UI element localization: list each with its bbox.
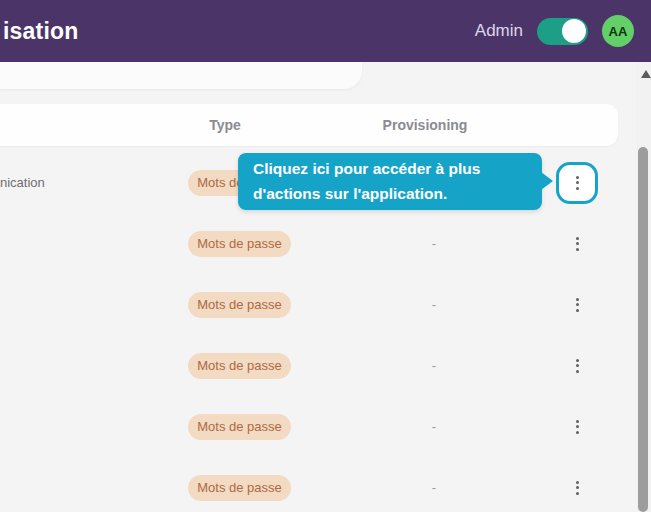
table-row: Mots de passe - [0,213,620,274]
provisioning-value: - [405,457,463,512]
app-name [0,457,175,512]
provisioning-value: - [405,335,463,396]
table-row: Mots de passe - [0,396,620,457]
app-name [0,335,175,396]
provisioning-value: - [405,213,463,274]
row-actions-button[interactable] [565,354,589,378]
provisioning-value: - [405,396,463,457]
row-actions-button[interactable] [565,293,589,317]
row-actions-button[interactable] [565,232,589,256]
row-actions-button[interactable] [556,162,598,204]
table-row: Mots de passe - [0,335,620,396]
app-header: isation Admin AA [0,0,651,62]
table-row: Mots de passe - [0,457,620,512]
app-name [0,274,175,335]
scroll-up-icon[interactable] [641,70,651,78]
column-header-provisioning: Provisioning [365,104,485,146]
tooltip-text-line2: d'actions sur l'application. [253,182,527,206]
tooltip-text-line1: Cliquez ici pour accéder à plus [253,157,527,181]
type-badge: Mots de passe [188,231,291,257]
kebab-icon [576,176,579,190]
type-badge: Mots de passe [188,414,291,440]
type-badge: Mots de passe [188,353,291,379]
tooltip: Cliquez ici pour accéder à plus d'action… [238,153,542,210]
row-actions-button[interactable] [565,415,589,439]
header-right-cluster: Admin AA [475,0,634,62]
top-card-fragment [0,62,362,89]
toggle-knob [562,19,586,43]
kebab-icon [576,359,579,373]
user-avatar[interactable]: AA [602,15,634,47]
type-badge: Mots de passe [188,475,291,501]
app-name [0,213,175,274]
app-name: nication [0,152,175,213]
provisioning-value: - [405,274,463,335]
column-header-type: Type [181,104,269,146]
table-header: Type Provisioning [0,104,618,146]
type-badge: Mots de passe [188,292,291,318]
tooltip-arrow-icon [541,172,553,190]
kebab-icon [576,420,579,434]
app-name [0,396,175,457]
kebab-icon [576,481,579,495]
row-actions-button[interactable] [565,476,589,500]
page-title: isation [3,0,79,62]
scrollbar-thumb[interactable] [638,147,648,512]
kebab-icon [576,237,579,251]
admin-mode-toggle[interactable] [537,18,588,45]
admin-label: Admin [475,21,523,41]
kebab-icon [576,298,579,312]
table-row: Mots de passe - [0,274,620,335]
